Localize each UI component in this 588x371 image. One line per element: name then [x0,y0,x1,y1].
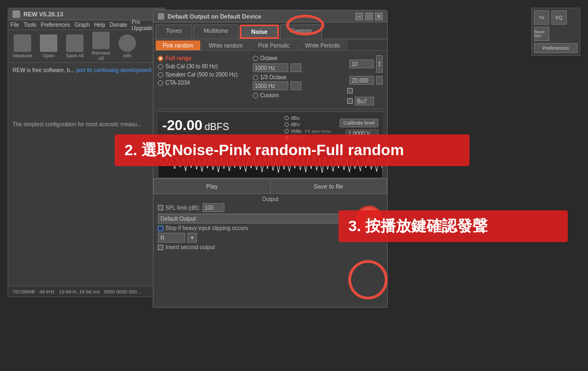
num-input-3[interactable] [355,97,374,105]
radio-sub-cal[interactable]: Sub Cal (30 to 80 Hz) [158,63,248,69]
radio-volts [284,129,289,133]
menu-donate[interactable]: Donate [110,22,127,28]
spinner-2[interactable] [376,76,383,85]
remove-all-button[interactable]: Remove All [89,32,113,61]
tab-noise[interactable]: Noise [240,25,279,39]
stop-clipping-checkbox[interactable] [158,226,163,231]
freq-slider-1[interactable] [290,63,301,72]
device-row [158,214,349,223]
spl-limit-input[interactable] [203,203,224,212]
num-input-row-2 [347,76,383,85]
open-button[interactable]: Open [37,34,61,58]
channel-row: ▼ [158,233,349,243]
room-sim-button[interactable]: Room Sim [534,27,549,41]
save-all-label: Save All [66,53,84,58]
ta-button[interactable]: TA [534,10,549,25]
radio-custom-indicator [253,93,258,98]
menu-graph[interactable]: Graph [74,22,90,28]
save-to-file-button[interactable]: Save to file [270,179,388,194]
full-range-label: Full range [165,55,192,61]
radio-cta2034[interactable]: CTA-2034 [158,80,248,86]
spinner-1[interactable]: ▲ ▼ [376,55,383,73]
noise-panel: Full range Sub Cal (30 to 80 Hz) Speaker… [153,51,387,148]
rew-status-bar: 75/188MB 48 kHz 16-bit in, 16-bit out 00… [8,286,165,297]
calibrate-level-button[interactable]: Calibrate level [340,119,378,127]
tab-tones[interactable]: Tones [156,25,192,39]
info-label: Info [123,53,131,58]
checkbox-2[interactable] [347,98,353,104]
rew-info-bar: REW is free software, b... port its cont… [8,63,165,78]
radio-dbv [284,122,289,127]
volts-label: Volts [291,128,302,134]
radio-octave[interactable]: Octave [253,55,343,61]
play-button[interactable]: Play [153,179,270,194]
action-button-row: Play Save to file [153,178,387,194]
checkbox-row-2 [347,97,383,105]
spl-limit-label: SPL limit (dB): [165,205,200,211]
channel-input[interactable] [158,233,185,243]
channel-dropdown-button[interactable]: ▼ [187,233,197,243]
rew-right-panel: TA EQ Room Sim Preferences [531,8,580,56]
rew-bottom-content: The simplest configuration for most acou… [8,78,165,132]
measure-label: Measure [13,53,32,58]
stop-clipping-label: Stop if heavy input clipping occurs [165,225,248,231]
freq-input-1[interactable] [253,63,288,72]
tab-sweeps[interactable]: Sweeps [280,25,322,39]
spl-limit-checkbox[interactable] [158,205,163,210]
freq-input-2[interactable] [253,81,288,90]
desktop: REW V5.20.13 File Tools Preferences Grap… [0,0,588,371]
sub-tab-pink-periodic[interactable]: Pink Periodic [251,40,296,50]
close-button[interactable]: ✕ [375,13,383,20]
freq-row-1 [253,63,343,72]
sub-tab-white-random[interactable]: White random [201,40,250,50]
eq-button[interactable]: EQ [551,10,567,25]
radio-full-range[interactable]: Full range [158,55,248,61]
menu-tools[interactable]: Tools [23,22,36,28]
radio-third-octave-indicator [253,75,258,80]
invert-checkbox[interactable] [158,245,163,250]
measure-icon [14,34,31,52]
remove-all-icon [92,32,110,49]
window-controls: ─ □ ✕ [355,13,383,20]
menu-file[interactable]: File [10,22,19,28]
minimize-button[interactable]: ─ [355,13,363,20]
num-input-row-1: ▲ ▼ [347,55,383,73]
bit-depth: 16-bit in, 16-bit out [59,289,100,295]
radio-third-octave[interactable]: 1/3 Octave [253,74,343,80]
third-octave-label: 1/3 Octave [260,74,287,80]
dbv-label: dBV [291,122,300,127]
radio-custom[interactable]: Custom [253,92,343,98]
rew-title: REW V5.20.13 [23,11,63,17]
info-icon [118,34,136,52]
freq-slider-2[interactable] [290,81,301,90]
info-button[interactable]: Info [115,34,139,58]
restore-button[interactable]: □ [365,13,373,20]
radio-speaker-cal[interactable]: Speaker Cal (500 to 2000 Hz) [158,72,248,78]
save-all-button[interactable]: Save All [63,34,87,58]
timing-status: 0000 0000 000... [104,289,141,295]
level-radio-dbu[interactable]: dBu [284,115,331,121]
level-radio-volts[interactable]: Volts FS sine Vrms [284,128,331,134]
sub-tab-pink-random[interactable]: Pink random [156,40,200,50]
num-input-1[interactable] [349,60,374,68]
num-input-2[interactable] [349,76,374,85]
sub-tab-row: Pink random White random Pink Periodic W… [153,39,387,51]
right-panel-icons: TA EQ Room Sim [534,10,578,41]
preferences-button[interactable]: Preferences [534,43,578,53]
rew-menu-bar: File Tools Preferences Graph Help Donate… [8,20,165,30]
checkbox-row-1 [347,88,383,93]
rew-app-icon [13,10,20,18]
output-device-input[interactable] [158,214,349,223]
output-left-controls: SPL limit (dB): Stop if heavy input clip… [158,203,349,252]
level-radio-dbv[interactable]: dBV [284,122,331,127]
tab-multitone[interactable]: Multitone [193,25,239,39]
menu-help[interactable]: Help [94,22,105,28]
output-label: Output [158,196,383,202]
dbu-label: dBu [291,115,300,121]
speaker-cal-label: Speaker Cal (500 to 2000 Hz) [165,72,237,78]
measure-button[interactable]: Measure [10,34,34,58]
sub-tab-white-periodic[interactable]: White Periodic [298,40,347,50]
annotation-step2: 2. 選取Noise-Pink random-Full random [115,134,470,166]
menu-preferences[interactable]: Preferences [40,22,70,28]
checkbox-1[interactable] [347,88,353,93]
